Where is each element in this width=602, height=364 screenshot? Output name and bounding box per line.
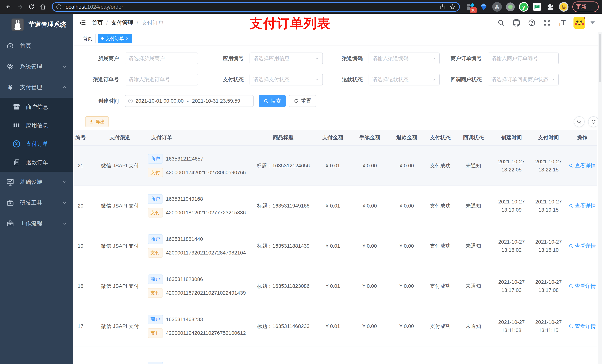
browser-update-button[interactable]: 更新 ⋮ bbox=[572, 1, 599, 12]
search-icon bbox=[264, 99, 269, 104]
sidebar-item-refund-order[interactable]: 退款订单 bbox=[0, 153, 73, 172]
cell-order: 商户1635311054796 bbox=[148, 362, 203, 364]
export-button[interactable]: 导出 bbox=[85, 116, 109, 127]
view-detail-link[interactable]: 查看详情 bbox=[569, 242, 596, 250]
view-detail-link[interactable]: 查看详情 bbox=[569, 323, 596, 330]
main-area: 首页 / 支付管理 / 支付订单 支付订单列表 bbox=[73, 14, 602, 364]
table-row: 19 微信 JSAPI 支付 商户1635311881440 支付4200001… bbox=[73, 226, 597, 266]
reset-button[interactable]: 重置 bbox=[289, 95, 316, 107]
chevron-down-icon bbox=[315, 77, 319, 82]
scrollbar-thumb[interactable] bbox=[599, 34, 601, 82]
cell-paid: 2021-10-2713:17:08 bbox=[530, 278, 567, 294]
refresh-table-button[interactable] bbox=[588, 116, 599, 127]
cell-order: 商户1635311823086 支付4200001167202110271022… bbox=[148, 274, 246, 298]
table-row-partial: 商户1635311054796 bbox=[73, 346, 597, 364]
channel-code-select[interactable]: 请输入渠道编码 bbox=[369, 52, 440, 64]
merchant-input[interactable]: 请选择所属商户 bbox=[125, 52, 198, 64]
browser-reload-button[interactable] bbox=[26, 2, 37, 12]
tab-home[interactable]: 首页 bbox=[80, 34, 96, 43]
sidebar-item-payment[interactable]: ¥ 支付管理 bbox=[0, 77, 73, 98]
cell-channel: 微信 JSAPI 支付 bbox=[93, 242, 147, 250]
sidebar-logo[interactable]: 芋道管理系统 bbox=[0, 14, 73, 35]
extension-kite-icon[interactable] bbox=[478, 1, 489, 12]
search-button[interactable]: 搜索 bbox=[259, 95, 286, 107]
sidebar-item-home[interactable]: 首页 bbox=[0, 35, 73, 56]
notify-status-select[interactable]: 请选择订单回调商户状态 bbox=[488, 74, 559, 85]
view-detail-link[interactable]: 查看详情 bbox=[569, 283, 596, 290]
col-header-amount: 支付金额 bbox=[313, 134, 353, 141]
sidebar-item-workflow[interactable]: 工作流程 bbox=[0, 213, 73, 234]
browser-menu-dots-icon[interactable]: ⋮ bbox=[589, 3, 595, 10]
cell-id: 19 bbox=[73, 243, 93, 249]
browser-home-button[interactable] bbox=[38, 2, 48, 12]
chevron-down-icon bbox=[62, 221, 67, 226]
view-detail-link[interactable]: 查看详情 bbox=[569, 202, 596, 209]
close-tab-icon[interactable]: × bbox=[126, 36, 129, 41]
extension-chat-icon[interactable] bbox=[532, 1, 542, 12]
tab-pay-order[interactable]: 支付订单 × bbox=[98, 34, 132, 43]
github-icon[interactable] bbox=[513, 19, 520, 27]
share-icon[interactable] bbox=[440, 4, 445, 10]
merchant-order-no-input[interactable]: 请输入商户订单编号 bbox=[488, 52, 559, 64]
filter-label: 创建时间 bbox=[87, 97, 119, 104]
extension-command-icon[interactable]: ⌘ bbox=[492, 1, 502, 12]
breadcrumb-payment[interactable]: 支付管理 bbox=[111, 19, 133, 27]
sidebar-item-dev-tools[interactable]: 研发工具 bbox=[0, 192, 73, 213]
sidebar-item-app-info[interactable]: 应用信息 bbox=[0, 116, 73, 135]
toolbox-icon bbox=[6, 199, 15, 207]
toggle-search-button[interactable] bbox=[574, 116, 585, 127]
sidebar-item-label: 工作流程 bbox=[20, 220, 42, 227]
address-bar[interactable]: localhost:1024/pay/order bbox=[52, 2, 460, 12]
sidebar-item-merchant-info[interactable]: 商户信息 bbox=[0, 98, 73, 116]
sidebar-submenu-payment: 商户信息 应用信息 ¥ 支付订单 退款订单 bbox=[0, 98, 73, 172]
fullscreen-icon[interactable] bbox=[543, 19, 551, 26]
font-size-icon[interactable]: TT bbox=[559, 19, 566, 27]
sidebar-collapse-icon[interactable] bbox=[79, 19, 86, 26]
extensions-puzzle-icon[interactable] bbox=[545, 1, 556, 12]
cell-title: 标题：1635311949168 bbox=[254, 202, 313, 209]
date-range-input[interactable]: 2021-10-01 00:00:00 - 2021-10-31 23:59:5… bbox=[125, 95, 254, 107]
col-header-order: 支付订单 bbox=[147, 134, 254, 141]
merchant-tag: 商户 bbox=[148, 234, 163, 244]
pay-status-select[interactable]: 请选择支付状态 bbox=[249, 74, 323, 85]
view-detail-link[interactable]: 查看详情 bbox=[569, 162, 596, 169]
cell-notify: 未通知 bbox=[453, 283, 493, 290]
browser-forward-button[interactable] bbox=[15, 2, 25, 12]
sidebar-item-label: 首页 bbox=[20, 42, 31, 50]
user-avatar[interactable] bbox=[573, 17, 585, 29]
extension-record-icon[interactable] bbox=[505, 1, 516, 12]
extension-yudao-icon[interactable]: y bbox=[518, 1, 529, 12]
site-info-icon[interactable] bbox=[56, 4, 62, 10]
sidebar-item-pay-order[interactable]: ¥ 支付订单 bbox=[0, 135, 73, 153]
chevron-down-icon bbox=[315, 56, 319, 61]
extension-grid-icon[interactable]: 10 bbox=[465, 1, 476, 12]
help-icon[interactable] bbox=[528, 19, 536, 26]
search-icon[interactable] bbox=[497, 19, 505, 26]
refund-status-select[interactable]: 请选择退款状态 bbox=[369, 74, 440, 85]
browser-back-button[interactable] bbox=[3, 2, 14, 12]
breadcrumb-home[interactable]: 首页 bbox=[92, 19, 103, 27]
sidebar-item-label: 商户信息 bbox=[26, 103, 48, 111]
bookmark-star-icon[interactable] bbox=[450, 4, 456, 10]
pay-order-no: 4200001194202110276752100612 bbox=[166, 330, 246, 336]
channel-order-no-input[interactable]: 请输入渠道订单号 bbox=[125, 74, 198, 85]
extension-area: 10 ⌘ y 更新 ⋮ bbox=[462, 1, 599, 12]
sidebar-item-label: 支付订单 bbox=[26, 140, 48, 148]
search-icon bbox=[577, 119, 582, 124]
merchant-tag: 商户 bbox=[148, 315, 163, 324]
magnifier-icon bbox=[569, 324, 573, 329]
filter-field-merchant: 所属商户 请选择所属商户 bbox=[87, 52, 198, 64]
browser-profile-avatar[interactable] bbox=[558, 1, 569, 12]
cell-status: 支付成功 bbox=[427, 202, 453, 209]
pay-tag: 支付 bbox=[148, 208, 163, 218]
sidebar-item-system[interactable]: 系统管理 bbox=[0, 56, 73, 77]
avatar-dropdown-caret-icon[interactable] bbox=[591, 21, 595, 24]
sidebar-item-infra[interactable]: 基础设施 bbox=[0, 172, 73, 192]
page-scrollbar[interactable] bbox=[598, 32, 602, 364]
filter-label: 应用编号 bbox=[212, 55, 244, 62]
yen-circle-icon: ¥ bbox=[12, 140, 21, 148]
pay-tag: 支付 bbox=[148, 328, 163, 338]
app-select[interactable]: 请选择应用信息 bbox=[249, 52, 323, 64]
dashboard-icon bbox=[6, 42, 15, 50]
filter-label: 支付状态 bbox=[212, 76, 244, 83]
